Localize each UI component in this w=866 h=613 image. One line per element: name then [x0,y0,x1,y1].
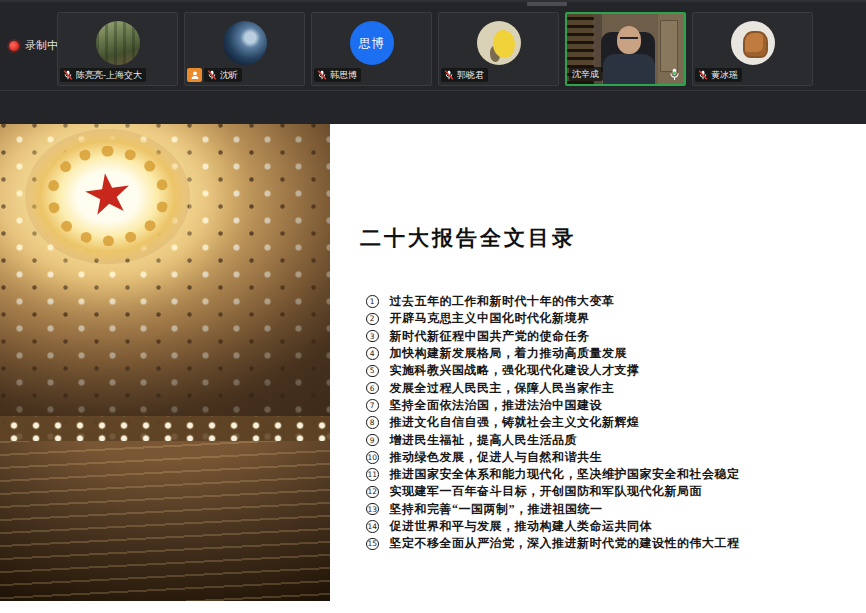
mic-muted-icon [698,70,708,80]
circled-number: 4 [366,347,379,360]
circled-number: 14 [366,520,379,533]
toc-item-text: 推动绿色发展，促进人与自然和谐共生 [390,449,603,466]
toc-item-8: 8推进文化自信自强，铸就社会主义文化新辉煌 [366,414,740,431]
participant-name-bar: 黄冰瑶 [695,68,742,82]
toc-item-text: 推进国家安全体系和能力现代化，坚决维护国家安全和社会稳定 [390,466,740,483]
toc-item-text: 实现建军一百年奋斗目标，开创国防和军队现代化新局面 [390,483,703,500]
mic-active-icon [669,68,680,81]
toc-item-9: 9增进民生福祉，提高人民生活品质 [366,431,740,448]
mic-muted-icon [207,70,217,80]
toc-item-15: 15坚定不移全面从严治党，深入推进新时代党的建设性的伟大工程 [366,535,740,552]
shared-screen-slide: 二十大报告全文目录 1过去五年的工作和新时代十年的伟大变革 2开辟马克思主义中国… [0,124,866,601]
toc-list: 1过去五年的工作和新时代十年的伟大变革 2开辟马克思主义中国化时代化新境界 3新… [366,293,740,552]
toc-item-10: 10推动绿色发展，促进人与自然和谐共生 [366,449,740,466]
toc-item-text: 新时代新征程中国共产党的使命任务 [390,328,590,345]
circled-number: 5 [366,365,379,378]
speaker-glasses [620,37,638,41]
mic-muted-icon [63,70,73,80]
participant-name: 陈亮亮-上海交大 [76,69,142,82]
toc-item-6: 6发展全过程人民民主，保障人民当家作主 [366,379,740,396]
participant-name-bar: 沈辛成 [569,67,603,81]
toc-item-text: 坚定不移全面从严治党，深入推进新时代党的建设性的伟大工程 [390,535,740,552]
pikachu-avatar [477,21,521,65]
participant-tile-3[interactable]: 思博 韩思博 [311,12,432,86]
forest-avatar [96,21,140,65]
avatar-initials: 思博 [359,35,385,52]
circled-number: 12 [366,486,379,499]
recording-label: 录制中 [25,38,58,53]
auditorium-seats [0,441,330,601]
toc-item-3: 3新时代新征程中国共产党的使命任务 [366,328,740,345]
toc-item-14: 14促进世界和平与发展，推动构建人类命运共同体 [366,518,740,535]
circled-number: 2 [366,313,379,326]
toc-item-13: 13坚持和完善“一国两制”，推进祖国统一 [366,501,740,518]
toc-item-2: 2开辟马克思主义中国化时代化新境界 [366,310,740,327]
circled-number: 9 [366,434,379,447]
toc-item-4: 4加快构建新发展格局，着力推动高质量发展 [366,345,740,362]
strip-divider [0,90,866,91]
toc-item-1: 1过去五年的工作和新时代十年的伟大变革 [366,293,740,310]
meeting-app-window: 录制中 陈亮亮-上海交大 沈昕 思博 [0,0,866,613]
circled-number: 13 [366,503,379,516]
participant-name-bar: 陈亮亮-上海交大 [60,68,146,82]
toc-item-text: 推进文化自信自强，铸就社会主义文化新辉煌 [390,414,640,431]
participant-tile-6[interactable]: 黄冰瑶 [692,12,813,86]
initials-avatar: 思博 [350,21,394,65]
participant-name: 沈昕 [220,69,238,82]
recording-indicator: 录制中 [9,38,58,53]
toc-item-11: 11推进国家安全体系和能力现代化，坚决维护国家安全和社会稳定 [366,466,740,483]
participant-name-bar: 韩思博 [314,68,361,82]
door [660,20,678,72]
participant-name: 沈辛成 [572,68,599,81]
video-strip: 录制中 陈亮亮-上海交大 沈昕 思博 [0,0,866,124]
participant-tile-2[interactable]: 沈昕 [184,12,305,86]
participant-name-bar: 沈昕 [204,68,242,82]
circled-number: 1 [366,295,379,308]
toast-avatar [731,21,775,65]
circled-number: 6 [366,382,379,395]
circled-number: 11 [366,468,379,481]
participant-tile-5-active[interactable]: 沈辛成 [565,12,686,86]
participant-name-bar: 郭晓君 [441,68,488,82]
participant-name: 韩思博 [330,69,357,82]
toc-item-text: 促进世界和平与发展，推动构建人类命运共同体 [390,518,653,535]
toc-item-text: 坚持和完善“一国两制”，推进祖国统一 [390,501,603,518]
toc-item-text: 坚持全面依法治国，推进法治中国建设 [390,397,603,414]
toc-item-5-highlighted: 5实施科教兴国战略，强化现代化建设人才支撑 [366,362,740,379]
mic-muted-icon [444,70,454,80]
circled-number: 8 [366,416,379,429]
seat-rows [0,441,330,601]
toc-item-text: 增进民生福祉，提高人民生活品质 [390,432,578,449]
circled-number: 15 [366,538,379,551]
toc-item-text: 开辟马克思主义中国化时代化新境界 [390,310,590,327]
participant-tile-4[interactable]: 郭晓君 [438,12,559,86]
mic-muted-icon [317,70,327,80]
toc-item-text: 过去五年的工作和新时代十年的伟大变革 [390,293,615,310]
circled-number: 10 [366,451,379,464]
participant-name: 郭晓君 [457,69,484,82]
great-hall-ceiling-photo [0,124,330,601]
speaker-torso [603,54,655,86]
participant-tile-1[interactable]: 陈亮亮-上海交大 [57,12,178,86]
participant-name: 黄冰瑶 [711,69,738,82]
slide-title: 二十大报告全文目录 [360,224,576,252]
toc-item-7: 7坚持全面依法治国，推进法治中国建设 [366,397,740,414]
toc-item-text: 发展全过程人民民主，保障人民当家作主 [390,380,615,397]
balcony-lights [0,416,330,442]
hand-raised-badge-icon [187,68,202,82]
night-moon-avatar [223,21,267,65]
toc-item-12: 12实现建军一百年奋斗目标，开创国防和军队现代化新局面 [366,483,740,500]
circled-number: 7 [366,399,379,412]
window-title-remnant [527,2,567,6]
toc-item-text: 实施科教兴国战略，强化现代化建设人才支撑 [390,362,640,379]
circled-number: 3 [366,330,379,343]
toc-item-text: 加快构建新发展格局，着力推动高质量发展 [390,345,628,362]
record-dot-icon [9,41,19,51]
